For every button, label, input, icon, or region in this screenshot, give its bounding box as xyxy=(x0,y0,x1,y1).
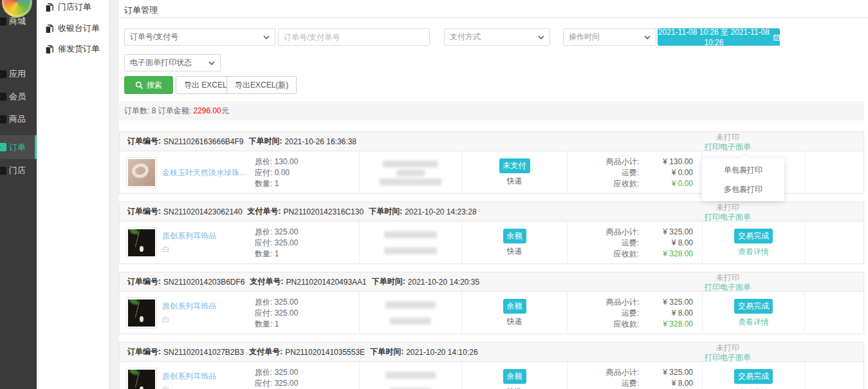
pay-price-label: 应付: xyxy=(255,168,272,177)
pay-status-badge: 余额 xyxy=(503,369,526,384)
due-label: 应收款: xyxy=(568,178,639,189)
product-image[interactable] xyxy=(126,227,157,258)
pay-method-select[interactable]: 支付方式 xyxy=(444,28,550,46)
sidebar-item-mall[interactable]: 商城 xyxy=(0,10,37,33)
search-button-label: 搜索 xyxy=(147,80,162,91)
order-no-input[interactable] xyxy=(284,33,424,42)
product-spec: 白 xyxy=(162,384,254,389)
pay-status-cell: 余额 快递 xyxy=(461,292,567,334)
pay-price-value: 0.00 xyxy=(275,168,290,177)
product-cell: 原创系列耳饰品 白 原价: 325.00 应付: 325.00 数量: 1 xyxy=(120,222,359,264)
product-price-block: 原价: 325.00 应付: 325.00 数量: 1 xyxy=(255,367,298,389)
order-no-value: SN2110201423062140 xyxy=(163,207,243,216)
print-waybill-link[interactable]: 打印电子面单 xyxy=(683,142,773,152)
pay-status-cell: 余额 快递 xyxy=(461,222,567,264)
order-card-header: 订单编号:SN211020141027B2B3 支付单号:PN211020141… xyxy=(120,343,863,362)
customer-cell xyxy=(359,151,461,194)
extra-cell xyxy=(804,292,863,334)
product-image[interactable] xyxy=(126,157,157,188)
print-waybill-link[interactable]: 打印电子面单 xyxy=(683,213,773,222)
print-waybill-link[interactable]: 打印电子面单 xyxy=(683,283,773,292)
print-waybill-link[interactable]: 打印电子面单 xyxy=(683,353,773,363)
view-detail-link[interactable]: 查看详情 xyxy=(738,247,769,258)
subtotal-value: ¥ 325.00 xyxy=(639,297,693,308)
qty-value: 1 xyxy=(275,179,279,188)
print-status: 未打印 xyxy=(683,273,773,283)
view-detail-link[interactable]: 查看详情 xyxy=(738,317,769,328)
shipping-value: ¥ 0.00 xyxy=(639,167,693,178)
product-name-link[interactable]: 原创系列耳饰品 xyxy=(162,371,254,382)
order-amount-value: 2296.00 xyxy=(193,106,221,115)
order-no-value: SN211020141027B2B3 xyxy=(163,348,244,357)
order-time-value: 2021-10-20 14:20:35 xyxy=(408,278,479,287)
chevron-down-icon xyxy=(538,35,544,39)
doc-icon xyxy=(45,3,53,12)
product-price-block: 原价: 130.00 应付: 0.00 数量: 1 xyxy=(255,157,298,189)
action-cell: 交易完成 查看详情 xyxy=(702,222,804,264)
order-card: 订单编号:SN211020141027B2B3 支付单号:PN211020141… xyxy=(119,342,864,389)
product-name-link[interactable]: 原创系列耳饰品 xyxy=(162,231,254,242)
select-value: 操作时间 xyxy=(569,32,600,43)
blurred-customer-info xyxy=(385,372,436,379)
sidebar-item-stores[interactable]: 门店 xyxy=(0,159,37,182)
trade-status-badge: 交易完成 xyxy=(734,369,773,384)
order-time-value: 2021-10-26 16:36:38 xyxy=(285,137,356,146)
order-no-input-wrap xyxy=(278,28,430,46)
order-count-label: 订单数: xyxy=(124,106,149,117)
order-no-value: SN211026163666B4F9 xyxy=(163,137,244,146)
pay-no-label: 支付单号: xyxy=(250,276,284,287)
order-card-header: 订单编号:SN211026163666B4F9 下单时间:2021-10-26 … xyxy=(120,132,863,151)
pay-status-badge: 余额 xyxy=(503,299,526,314)
subtotal-value: ¥ 325.00 xyxy=(639,367,693,378)
date-range-button[interactable]: 2021-11-08 10:26 至 2021-11-08 10:26 xyxy=(658,28,780,46)
print-status-select[interactable]: 电子面单打印状态 xyxy=(124,54,221,71)
order-type-select[interactable]: 订单号/支付号 xyxy=(124,28,275,46)
order-card-body: 原创系列耳饰品 白 原价: 325.00 应付: 325.00 数量: 1 余额… xyxy=(120,292,863,334)
pay-status-badge: 未支付 xyxy=(499,158,530,173)
orig-price-value: 325.00 xyxy=(275,298,299,307)
customer-cell xyxy=(359,222,461,264)
due-value: ¥ 328.00 xyxy=(639,319,693,330)
pay-no-value: PN211020142316C130 xyxy=(284,207,364,216)
multi-package-print-item[interactable]: 多包裹打印 xyxy=(702,180,784,199)
view-detail-link[interactable]: 查看详情 xyxy=(738,387,769,389)
goods-icon xyxy=(0,115,6,124)
blurred-customer-info xyxy=(384,247,437,254)
sidebar-item-label: 商品 xyxy=(9,113,26,125)
export-excel-new-button[interactable]: 导出EXCEL(新) xyxy=(226,76,297,94)
pay-no-value: PN211020141035553E xyxy=(285,348,365,357)
qty-value: 1 xyxy=(275,249,279,258)
single-package-print-item[interactable]: 单包裹打印 xyxy=(702,160,784,180)
sidebar-item-members[interactable]: 会员 xyxy=(0,85,37,108)
sidebar-item-goods[interactable]: 商品 xyxy=(0,108,37,131)
search-button[interactable]: 搜索 xyxy=(124,76,173,94)
pay-price-value: 325.00 xyxy=(275,238,299,247)
sidebar-item-apps[interactable]: 应用 xyxy=(0,62,37,86)
subtotal-value: ¥ 325.00 xyxy=(639,227,693,238)
pay-status-cell: 未支付 快递 xyxy=(461,151,567,194)
product-cell: 金枝玉叶天然淡水珍珠手链设... 原价: 130.00 应付: 0.00 数量:… xyxy=(120,151,359,194)
blurred-customer-info xyxy=(390,318,431,325)
sidebar-item-orders[interactable]: 订单 xyxy=(0,135,37,159)
product-spec: 白 xyxy=(162,314,254,325)
product-name-link[interactable]: 原创系列耳饰品 xyxy=(162,301,254,312)
product-image[interactable] xyxy=(126,368,157,389)
extra-cell xyxy=(804,151,863,194)
shipping-label: 运费: xyxy=(568,308,639,319)
orders-sub-sidebar: 门店订单 收银台订单 催发货订单 xyxy=(37,0,109,389)
subsidebar-item-store-orders[interactable]: 门店订单 xyxy=(37,0,109,17)
chevron-down-icon xyxy=(644,35,651,39)
product-name-link[interactable]: 金枝玉叶天然淡水珍珠手链设... xyxy=(162,167,254,178)
subsidebar-item-urge-orders[interactable]: 催发货订单 xyxy=(37,39,109,59)
product-image[interactable] xyxy=(126,298,157,328)
print-status: 未打印 xyxy=(683,203,773,213)
subsidebar-item-cashier-orders[interactable]: 收银台订单 xyxy=(37,19,109,38)
due-value: ¥ 328.00 xyxy=(639,249,693,260)
calendar-icon xyxy=(773,33,780,41)
time-type-select[interactable]: 操作时间 xyxy=(563,28,656,46)
store-icon xyxy=(0,167,6,175)
subtotal-label: 商品小计: xyxy=(568,297,639,308)
orig-price-label: 原价: xyxy=(255,157,272,166)
select-value: 订单号/支付号 xyxy=(130,32,178,43)
delivery-type: 快递 xyxy=(507,176,522,187)
